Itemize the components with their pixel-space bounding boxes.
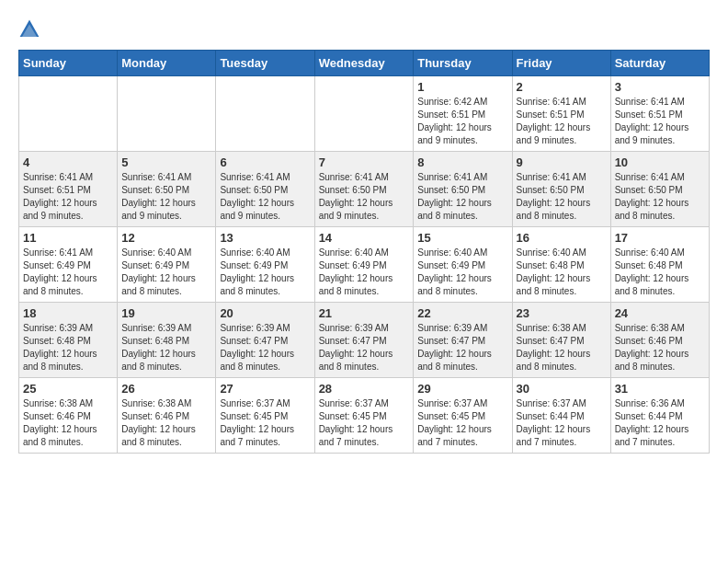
- day-cell: 14Sunrise: 6:40 AM Sunset: 6:49 PM Dayli…: [314, 227, 414, 303]
- day-number: 24: [615, 306, 705, 320]
- day-info: Sunrise: 6:37 AM Sunset: 6:45 PM Dayligh…: [417, 397, 507, 449]
- day-cell: 5Sunrise: 6:41 AM Sunset: 6:50 PM Daylig…: [118, 152, 216, 227]
- day-number: 10: [615, 155, 705, 169]
- day-number: 27: [220, 382, 310, 396]
- day-info: Sunrise: 6:40 AM Sunset: 6:49 PM Dayligh…: [417, 247, 507, 298]
- day-info: Sunrise: 6:38 AM Sunset: 6:47 PM Dayligh…: [517, 322, 607, 373]
- day-cell: 17Sunrise: 6:40 AM Sunset: 6:48 PM Dayli…: [610, 227, 709, 303]
- day-number: 29: [417, 382, 507, 396]
- day-info: Sunrise: 6:40 AM Sunset: 6:48 PM Dayligh…: [615, 247, 705, 298]
- day-number: 11: [23, 231, 113, 245]
- day-cell: 30Sunrise: 6:37 AM Sunset: 6:44 PM Dayli…: [512, 378, 610, 454]
- day-info: Sunrise: 6:39 AM Sunset: 6:47 PM Dayligh…: [220, 322, 310, 373]
- day-number: 25: [23, 382, 113, 396]
- day-number: 16: [517, 231, 607, 245]
- day-info: Sunrise: 6:41 AM Sunset: 6:50 PM Dayligh…: [220, 171, 310, 223]
- day-number: 14: [319, 231, 410, 245]
- day-cell: 26Sunrise: 6:38 AM Sunset: 6:46 PM Dayli…: [118, 378, 216, 454]
- calendar-table: SundayMondayTuesdayWednesdayThursdayFrid…: [18, 50, 710, 454]
- day-cell: 10Sunrise: 6:41 AM Sunset: 6:50 PM Dayli…: [610, 152, 709, 227]
- day-info: Sunrise: 6:42 AM Sunset: 6:51 PM Dayligh…: [417, 96, 507, 147]
- week-row-4: 18Sunrise: 6:39 AM Sunset: 6:48 PM Dayli…: [19, 303, 710, 378]
- day-info: Sunrise: 6:38 AM Sunset: 6:46 PM Dayligh…: [23, 397, 113, 449]
- day-info: Sunrise: 6:41 AM Sunset: 6:49 PM Dayligh…: [23, 247, 113, 298]
- day-number: 28: [319, 382, 410, 396]
- day-number: 17: [615, 231, 705, 245]
- day-cell: 28Sunrise: 6:37 AM Sunset: 6:45 PM Dayli…: [314, 378, 414, 454]
- day-info: Sunrise: 6:41 AM Sunset: 6:50 PM Dayligh…: [517, 171, 607, 223]
- day-header-wednesday: Wednesday: [314, 51, 414, 76]
- day-cell: [19, 76, 118, 152]
- day-info: Sunrise: 6:40 AM Sunset: 6:49 PM Dayligh…: [220, 247, 310, 298]
- day-cell: 12Sunrise: 6:40 AM Sunset: 6:49 PM Dayli…: [118, 227, 216, 303]
- day-number: 18: [23, 306, 113, 320]
- day-info: Sunrise: 6:38 AM Sunset: 6:46 PM Dayligh…: [615, 322, 705, 373]
- day-number: 5: [121, 155, 211, 169]
- week-row-3: 11Sunrise: 6:41 AM Sunset: 6:49 PM Dayli…: [19, 227, 710, 303]
- calendar-header-row: SundayMondayTuesdayWednesdayThursdayFrid…: [19, 51, 710, 76]
- day-header-sunday: Sunday: [19, 51, 118, 76]
- day-cell: 27Sunrise: 6:37 AM Sunset: 6:45 PM Dayli…: [216, 378, 314, 454]
- day-number: 19: [121, 306, 211, 320]
- day-number: 2: [517, 80, 607, 94]
- day-info: Sunrise: 6:37 AM Sunset: 6:44 PM Dayligh…: [517, 397, 607, 449]
- day-cell: 21Sunrise: 6:39 AM Sunset: 6:47 PM Dayli…: [314, 303, 414, 378]
- day-info: Sunrise: 6:38 AM Sunset: 6:46 PM Dayligh…: [121, 397, 211, 449]
- day-number: 30: [517, 382, 607, 396]
- day-cell: 18Sunrise: 6:39 AM Sunset: 6:48 PM Dayli…: [19, 303, 118, 378]
- day-info: Sunrise: 6:41 AM Sunset: 6:50 PM Dayligh…: [417, 171, 507, 223]
- day-info: Sunrise: 6:40 AM Sunset: 6:49 PM Dayligh…: [121, 247, 211, 298]
- day-cell: 25Sunrise: 6:38 AM Sunset: 6:46 PM Dayli…: [19, 378, 118, 454]
- day-info: Sunrise: 6:41 AM Sunset: 6:50 PM Dayligh…: [319, 171, 410, 223]
- day-cell: 13Sunrise: 6:40 AM Sunset: 6:49 PM Dayli…: [216, 227, 314, 303]
- day-number: 9: [517, 155, 607, 169]
- day-cell: 23Sunrise: 6:38 AM Sunset: 6:47 PM Dayli…: [512, 303, 610, 378]
- day-info: Sunrise: 6:39 AM Sunset: 6:48 PM Dayligh…: [121, 322, 211, 373]
- day-info: Sunrise: 6:39 AM Sunset: 6:47 PM Dayligh…: [319, 322, 410, 373]
- day-number: 26: [121, 382, 211, 396]
- day-number: 15: [417, 231, 507, 245]
- day-cell: [216, 76, 314, 152]
- day-number: 6: [220, 155, 310, 169]
- day-info: Sunrise: 6:40 AM Sunset: 6:49 PM Dayligh…: [319, 247, 410, 298]
- day-number: 21: [319, 306, 410, 320]
- day-number: 7: [319, 155, 410, 169]
- day-header-monday: Monday: [118, 51, 216, 76]
- day-cell: 31Sunrise: 6:36 AM Sunset: 6:44 PM Dayli…: [610, 378, 709, 454]
- day-info: Sunrise: 6:41 AM Sunset: 6:51 PM Dayligh…: [517, 96, 607, 147]
- day-number: 13: [220, 231, 310, 245]
- day-header-thursday: Thursday: [414, 51, 512, 76]
- day-cell: 22Sunrise: 6:39 AM Sunset: 6:47 PM Dayli…: [414, 303, 512, 378]
- day-cell: 16Sunrise: 6:40 AM Sunset: 6:48 PM Dayli…: [512, 227, 610, 303]
- week-row-1: 1Sunrise: 6:42 AM Sunset: 6:51 PM Daylig…: [19, 76, 710, 152]
- day-cell: [314, 76, 414, 152]
- day-number: 23: [517, 306, 607, 320]
- day-cell: 7Sunrise: 6:41 AM Sunset: 6:50 PM Daylig…: [314, 152, 414, 227]
- day-info: Sunrise: 6:37 AM Sunset: 6:45 PM Dayligh…: [220, 397, 310, 449]
- day-number: 22: [417, 306, 507, 320]
- day-info: Sunrise: 6:39 AM Sunset: 6:48 PM Dayligh…: [23, 322, 113, 373]
- day-number: 4: [23, 155, 113, 169]
- day-info: Sunrise: 6:37 AM Sunset: 6:45 PM Dayligh…: [319, 397, 410, 449]
- day-cell: [118, 76, 216, 152]
- day-cell: 11Sunrise: 6:41 AM Sunset: 6:49 PM Dayli…: [19, 227, 118, 303]
- day-header-saturday: Saturday: [610, 51, 709, 76]
- day-header-tuesday: Tuesday: [216, 51, 314, 76]
- day-cell: 8Sunrise: 6:41 AM Sunset: 6:50 PM Daylig…: [414, 152, 512, 227]
- day-info: Sunrise: 6:40 AM Sunset: 6:48 PM Dayligh…: [517, 247, 607, 298]
- day-cell: 19Sunrise: 6:39 AM Sunset: 6:48 PM Dayli…: [118, 303, 216, 378]
- day-cell: 2Sunrise: 6:41 AM Sunset: 6:51 PM Daylig…: [512, 76, 610, 152]
- page-header: [18, 18, 710, 40]
- day-info: Sunrise: 6:41 AM Sunset: 6:51 PM Dayligh…: [23, 171, 113, 223]
- day-info: Sunrise: 6:41 AM Sunset: 6:51 PM Dayligh…: [615, 96, 705, 147]
- day-number: 3: [615, 80, 705, 94]
- day-header-friday: Friday: [512, 51, 610, 76]
- day-cell: 1Sunrise: 6:42 AM Sunset: 6:51 PM Daylig…: [414, 76, 512, 152]
- day-cell: 4Sunrise: 6:41 AM Sunset: 6:51 PM Daylig…: [19, 152, 118, 227]
- day-cell: 24Sunrise: 6:38 AM Sunset: 6:46 PM Dayli…: [610, 303, 709, 378]
- day-info: Sunrise: 6:41 AM Sunset: 6:50 PM Dayligh…: [121, 171, 211, 223]
- day-info: Sunrise: 6:39 AM Sunset: 6:47 PM Dayligh…: [417, 322, 507, 373]
- week-row-5: 25Sunrise: 6:38 AM Sunset: 6:46 PM Dayli…: [19, 378, 710, 454]
- day-info: Sunrise: 6:36 AM Sunset: 6:44 PM Dayligh…: [615, 397, 705, 449]
- day-number: 31: [615, 382, 705, 396]
